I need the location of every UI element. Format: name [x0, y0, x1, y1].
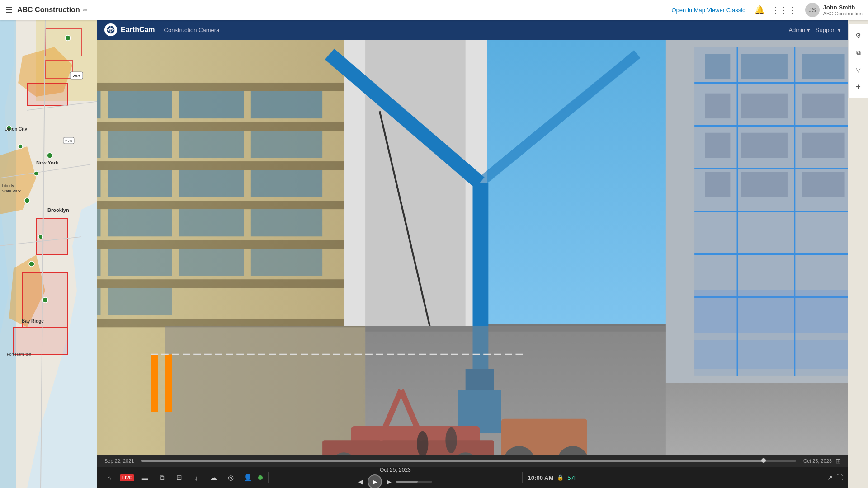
- home-button[interactable]: ⌂: [103, 471, 116, 484]
- earthcam-subtitle: Construction Camera: [164, 27, 789, 33]
- notification-bell-icon[interactable]: 🔔: [755, 5, 764, 15]
- admin-dropdown-button[interactable]: Admin ▾: [788, 27, 810, 33]
- svg-line-14: [27, 101, 99, 110]
- svg-rect-121: [705, 172, 730, 197]
- playback-progress-bar[interactable]: [396, 481, 432, 483]
- layers-button[interactable]: ⧉: [851, 45, 866, 60]
- svg-rect-117: [802, 133, 845, 158]
- svg-rect-66: [97, 170, 100, 197]
- svg-rect-67: [108, 170, 172, 197]
- svg-rect-49: [97, 240, 365, 249]
- svg-point-17: [65, 35, 71, 41]
- svg-rect-62: [179, 131, 244, 158]
- svg-rect-110: [741, 94, 788, 118]
- svg-rect-103: [705, 54, 730, 79]
- separator-2: [522, 472, 523, 483]
- svg-point-20: [47, 153, 52, 158]
- svg-rect-146: [165, 354, 172, 412]
- live-badge[interactable]: LIVE: [120, 474, 134, 481]
- play-button[interactable]: ▶: [368, 474, 382, 488]
- svg-rect-55: [108, 91, 172, 118]
- timeline-progress: [141, 460, 763, 462]
- avatar[interactable]: JS: [805, 3, 820, 17]
- svg-rect-122: [741, 172, 788, 197]
- open-classic-link[interactable]: Open in Map Viewer Classic: [672, 7, 745, 14]
- svg-rect-79: [108, 249, 172, 276]
- timeline-bar: Sep 22, 2021 Oct 25, 2023 ⊞: [97, 455, 848, 467]
- svg-text:Liberty: Liberty: [2, 183, 14, 188]
- add-button[interactable]: +: [851, 80, 866, 94]
- settings-filter-button[interactable]: ⚙: [851, 28, 866, 42]
- svg-marker-6: [9, 255, 45, 327]
- svg-rect-145: [151, 354, 158, 412]
- svg-point-25: [42, 297, 48, 303]
- earthcam-header-right: Admin ▾ Support ▾: [788, 27, 841, 33]
- svg-line-15: [0, 164, 90, 178]
- svg-rect-78: [97, 249, 100, 276]
- temperature-display: 57F: [567, 474, 577, 481]
- svg-point-149: [445, 427, 457, 453]
- svg-rect-128: [694, 340, 848, 369]
- timelapse-button[interactable]: ⧉: [155, 471, 169, 484]
- svg-text:New York: New York: [36, 160, 59, 165]
- next-frame-button[interactable]: ▶: [387, 478, 392, 485]
- svg-rect-47: [97, 161, 365, 170]
- share-button[interactable]: ↗: [827, 474, 833, 481]
- svg-rect-54: [97, 91, 100, 118]
- apps-grid-icon[interactable]: ⋮⋮⋮: [772, 5, 796, 15]
- svg-rect-3: [36, 20, 99, 101]
- app-title: ABC Construction: [17, 6, 80, 14]
- svg-rect-85: [108, 288, 172, 315]
- hamburger-menu-icon[interactable]: ☰: [5, 5, 13, 15]
- earthcam-logo-icon: [104, 23, 117, 36]
- svg-rect-57: [251, 91, 322, 118]
- person-button[interactable]: 👤: [241, 471, 255, 484]
- svg-rect-7: [45, 29, 81, 56]
- earthcam-panel: EarthCam Construction Camera Admin ▾ Sup…: [97, 20, 848, 488]
- control-bar: ⌂ LIVE ▬ ⧉ ⊞ ↓ ☁ ◎ 👤 Oct 25, 2023 ◀ ▶ ▶ …: [97, 467, 848, 488]
- svg-rect-56: [179, 91, 244, 118]
- edit-icon[interactable]: ✏: [83, 7, 88, 14]
- timeline-thumb[interactable]: [761, 458, 766, 463]
- svg-rect-127: [694, 290, 848, 333]
- download-button[interactable]: ↓: [189, 471, 203, 484]
- location-button[interactable]: ◎: [224, 471, 237, 484]
- gallery-button[interactable]: ⊞: [172, 471, 186, 484]
- camera-type-button[interactable]: ▬: [138, 471, 151, 484]
- timeline-end-date: Oct 25, 2023: [803, 458, 832, 464]
- svg-rect-48: [97, 201, 365, 209]
- grid-toggle-button[interactable]: ⊞: [835, 457, 841, 465]
- svg-rect-80: [179, 249, 244, 276]
- svg-text:Bay Ridge: Bay Ridge: [22, 319, 44, 324]
- prev-frame-button[interactable]: ◀: [358, 478, 363, 485]
- weather-button[interactable]: ☁: [207, 471, 220, 484]
- svg-rect-89: [365, 40, 466, 326]
- timeline-track[interactable]: [141, 460, 796, 462]
- svg-rect-60: [97, 131, 100, 158]
- svg-point-18: [6, 126, 12, 131]
- svg-rect-2: [0, 20, 16, 488]
- top-navigation: ☰ ABC Construction ✏ Open in Map Viewer …: [0, 0, 868, 20]
- camera-view: [97, 40, 848, 455]
- right-toolbar: ⚙ ⧉ ▽ +: [848, 24, 868, 98]
- svg-rect-63: [251, 131, 322, 158]
- funnel-button[interactable]: ▽: [851, 62, 866, 77]
- svg-rect-45: [97, 83, 365, 91]
- svg-rect-33: [70, 72, 83, 79]
- svg-rect-74: [179, 209, 244, 236]
- svg-rect-123: [802, 172, 845, 197]
- svg-rect-81: [251, 249, 322, 276]
- svg-rect-8: [45, 61, 72, 79]
- svg-rect-115: [705, 133, 730, 158]
- svg-rect-144: [165, 326, 666, 455]
- svg-line-13: [41, 20, 45, 488]
- time-row: ◀ ▶ ▶: [358, 474, 432, 488]
- svg-text:25A: 25A: [73, 74, 80, 78]
- user-section: JS John Smith ABC Construction: [805, 3, 863, 17]
- fullscreen-button[interactable]: ⛶: [836, 474, 843, 481]
- svg-rect-11: [23, 273, 68, 327]
- support-dropdown-button[interactable]: Support ▾: [816, 27, 841, 33]
- lock-icon: 🔒: [557, 474, 564, 481]
- user-info: John Smith ABC Construction: [823, 4, 863, 16]
- svg-point-24: [29, 261, 34, 267]
